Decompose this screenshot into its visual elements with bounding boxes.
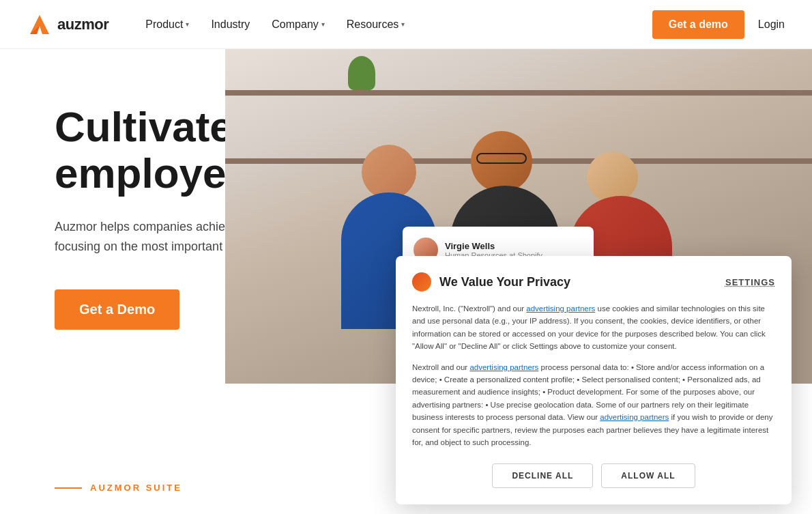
nav-item-resources[interactable]: Resources ▾: [337, 13, 414, 36]
modal-title-area: We Value Your Privacy: [412, 272, 570, 291]
modal-header: We Value Your Privacy SETTINGS: [412, 272, 775, 291]
advertising-partners-link-1[interactable]: advertising partners: [526, 304, 595, 313]
allow-all-button[interactable]: ALLOW ALL: [601, 463, 695, 488]
decline-all-button[interactable]: DECLINE ALL: [492, 463, 593, 488]
plant-decoration: [348, 56, 375, 90]
nav-item-product[interactable]: Product ▾: [136, 13, 199, 36]
employee-name: Virgie Wells: [445, 241, 542, 251]
glasses-decoration: [476, 153, 527, 164]
shelf-decoration: [225, 90, 812, 96]
chevron-down-icon: ▾: [321, 20, 325, 28]
logo[interactable]: auzmor: [27, 12, 108, 37]
chevron-down-icon: ▾: [186, 20, 189, 28]
advertising-partners-link-2[interactable]: advertising partners: [469, 363, 538, 371]
modal-title: We Value Your Privacy: [439, 275, 570, 289]
suite-text: AUZMOR SUITE: [90, 483, 182, 493]
modal-settings-link[interactable]: SETTINGS: [725, 277, 775, 287]
login-button[interactable]: Login: [758, 18, 785, 31]
modal-logo-icon: [412, 272, 431, 291]
get-demo-nav-button[interactable]: Get a demo: [652, 10, 744, 39]
chevron-down-icon: ▾: [401, 20, 405, 28]
nav-item-industry[interactable]: Industry: [201, 13, 259, 36]
modal-body-p2: Nextroll and our advertising partners pr…: [412, 361, 775, 449]
suite-line: [55, 487, 82, 489]
get-demo-hero-button[interactable]: Get a Demo: [55, 289, 179, 330]
nav-right: Get a demo Login: [652, 10, 785, 39]
logo-text: auzmor: [57, 16, 108, 33]
svg-marker-0: [30, 15, 49, 34]
person-3-head: [587, 152, 638, 203]
advertising-partners-link-3[interactable]: advertising partners: [600, 413, 669, 421]
suite-label: AUZMOR SUITE: [55, 483, 182, 493]
privacy-modal: We Value Your Privacy SETTINGS Nextroll,…: [396, 256, 792, 504]
person-1-head: [362, 145, 416, 199]
nav-links: Product ▾ Industry Company ▾ Resources ▾: [136, 13, 652, 36]
modal-footer: DECLINE ALL ALLOW ALL: [412, 463, 775, 488]
modal-body-p1: Nextroll, Inc. ("Nextroll") and our adve…: [412, 302, 775, 353]
modal-body: Nextroll, Inc. ("Nextroll") and our adve…: [412, 302, 775, 453]
navbar: auzmor Product ▾ Industry Company ▾ Reso…: [0, 0, 812, 49]
logo-icon: [27, 12, 52, 37]
nav-item-company[interactable]: Company ▾: [262, 13, 334, 36]
